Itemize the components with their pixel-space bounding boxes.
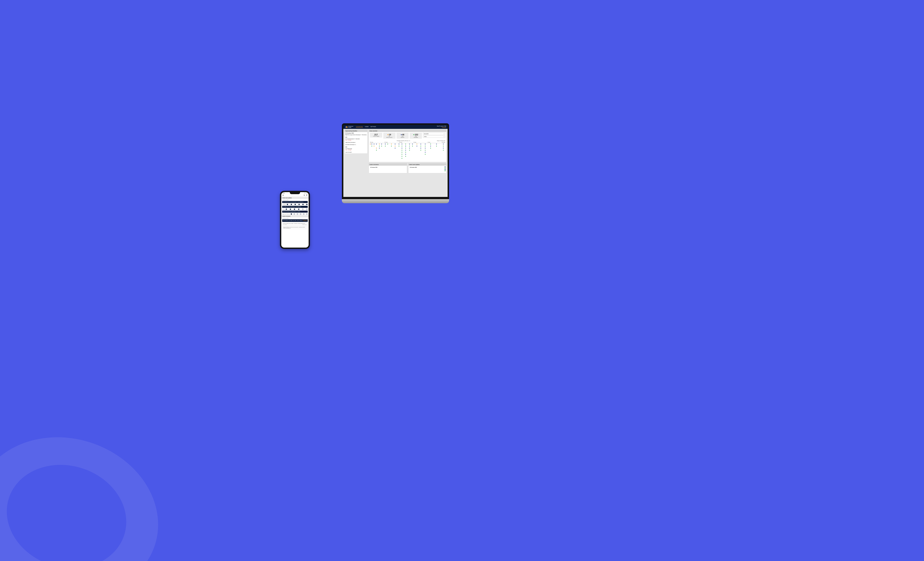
chart-dot [391, 144, 392, 144]
search-icon[interactable] [304, 194, 305, 196]
ph-comment-card[interactable]: Plot 54 | Rubicon @ Knights Park (148 - … [282, 219, 308, 222]
axis-tick: 8 days [414, 141, 416, 143]
chart-dot [379, 144, 380, 144]
ph-case-card[interactable]: Plot 199 | Waverly Crescent (Developer 2… [282, 201, 308, 203]
chart-dot [425, 154, 426, 155]
progress-step [303, 214, 304, 215]
deadline-case[interactable]: ids Lane (Developer 3 - Marshall)VAL / O… [345, 138, 368, 141]
stat-total: 217 TOTAL CASES [370, 133, 382, 138]
phone-topbar [281, 194, 309, 197]
deadline-case[interactable]: Plot 70 | George Street (Developer 2 - R… [345, 134, 368, 136]
status-badge: APPLICATION SUBMITTED [303, 220, 307, 221]
stat-application: 19 9% APPLICATION [383, 133, 396, 139]
ph-date-2: 18 February 2021 [281, 217, 309, 219]
nav-cases[interactable]: CASES [365, 126, 369, 128]
chart-dot [443, 144, 444, 144]
axis-tick: 22 days [385, 141, 388, 143]
ph-comment-2: Employer Reference has been sent via ema… [282, 226, 308, 229]
chart-dot [372, 144, 372, 144]
deadline-date: 05 October 2021 [345, 132, 368, 134]
deadline-case[interactable]: Lane Cornwell [345, 151, 368, 153]
ph-updates-header: Latest case updates [281, 197, 309, 199]
chart-dot [420, 146, 421, 146]
progress-step [294, 214, 295, 215]
phone-mockup: 9:41 ••l ᯤ ▮ Latest case updates 18 Febr… [280, 191, 310, 249]
chart-dot [430, 146, 431, 146]
logo[interactable]: Introducer Portal [345, 126, 353, 128]
chart-dot [430, 148, 431, 149]
chart-dot [376, 148, 377, 149]
axis-tick: 0 days [428, 141, 430, 143]
chart-dot [425, 150, 426, 150]
ph-progress-bar [287, 204, 308, 205]
phone-status-icons: ••l ᯤ ▮ [304, 193, 307, 194]
chart-dot [412, 144, 413, 144]
chart-dot [409, 150, 410, 150]
progress-step [298, 209, 299, 210]
ph-status-label: Application Submitted [282, 214, 290, 215]
logout-link[interactable]: LOG OUT [437, 127, 446, 128]
menu-icon[interactable] [282, 194, 284, 196]
filter-icon[interactable] [306, 194, 308, 196]
progress-step [297, 214, 298, 215]
decor-ring [0, 410, 193, 561]
chart-dot [430, 144, 431, 144]
laptop-mockup: Introducer Portal DASHBOARD CASES SETTIN… [342, 123, 449, 203]
sites-select[interactable]: SITES ▾ [423, 135, 445, 138]
chart-dot [425, 144, 426, 144]
comments-date: 05 October 2021 [370, 166, 406, 168]
chart-dot [391, 146, 392, 146]
ph-progress-bar [291, 214, 308, 214]
nav-dashboard[interactable]: DASHBOARD [356, 126, 363, 128]
chart-dot [395, 144, 396, 144]
chart-dot [402, 144, 402, 144]
dashboard-body: Approaching Deadline 05 October 2021Plot… [344, 129, 448, 174]
chart-dot [443, 146, 444, 146]
lower-panels: Latest comments 05 October 2021 Latest c… [369, 163, 447, 173]
nav-settings[interactable]: SETTINGS [370, 126, 376, 128]
deadline-case[interactable]: rge Street (Developer 2 ) [345, 144, 368, 146]
phone-time: 9:41 [283, 193, 285, 194]
chart-dot [405, 148, 406, 149]
deadline-panel: Approaching Deadline 05 October 2021Plot… [345, 129, 368, 153]
ph-progress-row: Offered [281, 208, 309, 210]
svg-point-1 [304, 194, 305, 196]
chart-dot [412, 146, 413, 146]
ph-case-card[interactable]: Plot 227 | St Owens Court (Developer 4 -… [282, 211, 308, 213]
progress-step [295, 204, 296, 205]
laptop-bezel: Introducer Portal DASHBOARD CASES SETTIN… [342, 123, 449, 199]
progress-step [294, 209, 295, 210]
chart-dot [409, 146, 410, 146]
deadline-date: 021 [345, 136, 368, 138]
user-name: Steer73 support | TMS [437, 126, 446, 127]
main-nav: DASHBOARD CASES SETTINGS [356, 126, 376, 128]
logo-text: Introducer Portal [348, 126, 353, 128]
progress-step [291, 204, 292, 205]
chevron-down-icon: ▾ [444, 133, 444, 134]
overview-stats-row: 217 TOTAL CASES 19 9% APPLICATION 46 [369, 132, 446, 140]
chart-dot [405, 152, 406, 153]
deadline-case[interactable]: ridge Road (Developer ) [345, 141, 368, 144]
deadline-date: 021 [345, 146, 368, 148]
phone-notch [290, 192, 300, 194]
builders-select[interactable]: BUILDERS ▾ [423, 133, 445, 135]
chart-dot [395, 148, 396, 149]
chart-canvas [370, 144, 445, 161]
progress-step [291, 214, 292, 215]
house-icon [345, 126, 348, 128]
updates-date: 05 October 2021 [409, 166, 446, 168]
ph-case-card[interactable]: Plot 5095 | Stone Park (Developer 3 - Ea… [282, 206, 308, 208]
case-overview-title: Case overview [369, 130, 446, 132]
chart-dot [381, 146, 382, 146]
chart-dot [420, 150, 421, 150]
chart-dot [417, 146, 417, 146]
chart-dot [376, 150, 377, 150]
phone-screen: 9:41 ••l ᯤ ▮ Latest case updates 18 Febr… [281, 192, 309, 248]
ph-status-label: Offered [282, 209, 285, 210]
dashboard-main: Case overview 217 TOTAL CASES 19 9% APPL… [369, 129, 447, 173]
deadline-case[interactable]: rson Road KippVAL / OFFER [345, 148, 368, 151]
chart-dot [405, 146, 406, 146]
chart-dot [405, 144, 406, 144]
chart-dot [420, 144, 421, 144]
progress-step [302, 204, 304, 205]
